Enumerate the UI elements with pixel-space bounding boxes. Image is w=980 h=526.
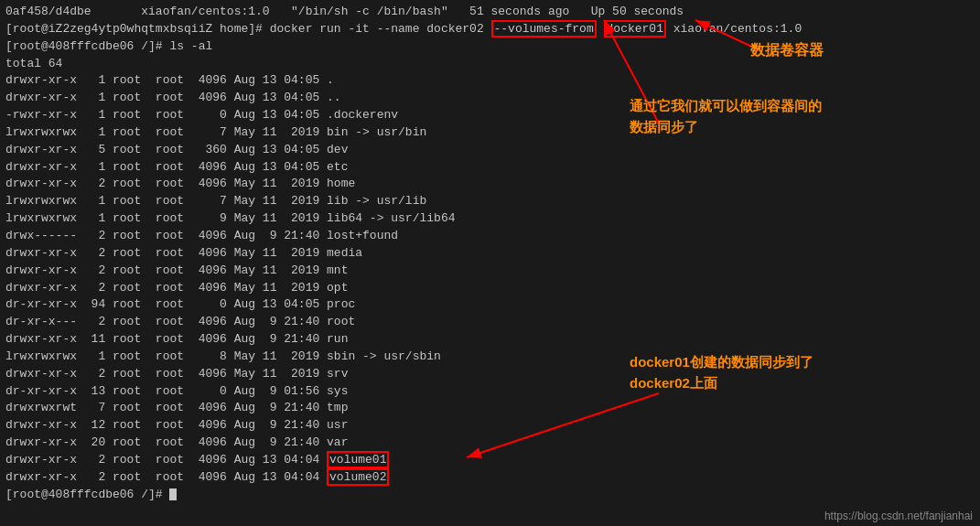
terminal-line-25: drwxr-xr-x 12 root root 4096 Aug 9 21:40… (5, 417, 975, 435)
terminal-line-28: drwxr-xr-x 2 root root 4096 Aug 13 04:04… (5, 469, 975, 487)
terminal-line-8: lrwxrwxrwx 1 root root 7 May 11 2019 bin… (5, 124, 975, 142)
terminal-line-16: drwxr-xr-x 2 root root 4096 May 11 2019 … (5, 263, 975, 280)
volume02-highlight: volume02 (327, 468, 389, 486)
terminal-line-5: drwxr-xr-x 1 root root 4096 Aug 13 04:05… (5, 72, 975, 90)
terminal-line-19: dr-xr-x--- 2 root root 4096 Aug 9 21:40 … (5, 314, 975, 331)
terminal-line-3: [root@408fffcdbe06 /]# ls -al (5, 38, 975, 56)
terminal-line-9: drwxr-xr-x 5 root root 360 Aug 13 04:05 … (5, 142, 975, 159)
terminal-line-4: total 64 (5, 56, 975, 73)
terminal-line-20: drwxr-xr-x 11 root root 4096 Aug 9 21:40… (5, 331, 975, 349)
terminal-line-10: drwxr-xr-x 1 root root 4096 Aug 13 04:05… (5, 159, 975, 177)
terminal-line-22: drwxr-xr-x 2 root root 4096 May 11 2019 … (5, 366, 975, 383)
terminal-line-1: 0af458/d4dbe xiaofan/centos:1.0 "/bin/sh… (5, 4, 975, 21)
terminal-line-27: drwxr-xr-x 2 root root 4096 Aug 13 04:04… (5, 452, 975, 469)
terminal-line-7: -rwxr-xr-x 1 root root 0 Aug 13 04:05 .d… (5, 107, 975, 124)
terminal-line-11: drwxr-xr-x 2 root root 4096 May 11 2019 … (5, 176, 975, 193)
terminal-line-24: drwxrwxrwt 7 root root 4096 Aug 9 21:40 … (5, 400, 975, 417)
terminal-line-2: [root@iZ2zeg4ytp0whqtmxbsqiiZ home]# doc… (5, 21, 975, 38)
url-bar: https://blog.csdn.net/fanjianhai (824, 510, 973, 522)
docker01-arg: docker01 (604, 20, 666, 38)
terminal-line-13: lrwxrwxrwx 1 root root 9 May 11 2019 lib… (5, 210, 975, 228)
terminal-line-26: drwxr-xr-x 20 root root 4096 Aug 9 21:40… (5, 435, 975, 452)
volumes-from-flag: --volumes-from (491, 20, 597, 38)
terminal-line-12: lrwxrwxrwx 1 root root 7 May 11 2019 lib… (5, 193, 975, 210)
terminal: 0af458/d4dbe xiaofan/centos:1.0 "/bin/sh… (0, 0, 980, 526)
volume01-highlight: volume01 (327, 451, 389, 468)
terminal-line-21: lrwxrwxrwx 1 root root 8 May 11 2019 sbi… (5, 349, 975, 366)
terminal-line-6: drwxr-xr-x 1 root root 4096 Aug 13 04:05… (5, 90, 975, 107)
terminal-cursor (169, 488, 177, 500)
terminal-line-29: [root@408fffcdbe06 /]# (5, 487, 975, 504)
terminal-line-14: drwx------ 2 root root 4096 Aug 9 21:40 … (5, 228, 975, 245)
terminal-line-15: drwxr-xr-x 2 root root 4096 May 11 2019 … (5, 245, 975, 263)
terminal-line-17: drwxr-xr-x 2 root root 4096 May 11 2019 … (5, 280, 975, 297)
terminal-line-18: dr-xr-xr-x 94 root root 0 Aug 13 04:05 p… (5, 296, 975, 314)
terminal-line-23: dr-xr-xr-x 13 root root 0 Aug 9 01:56 sy… (5, 383, 975, 401)
